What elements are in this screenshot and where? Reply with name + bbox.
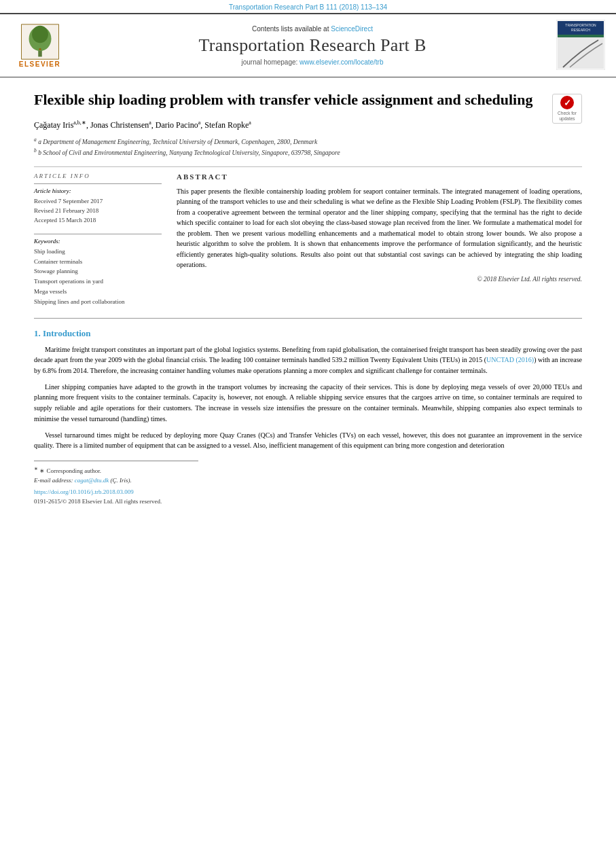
revised-date: Revised 21 February 2018 bbox=[34, 206, 162, 215]
journal-title-display: Transportation Research Part B bbox=[77, 35, 548, 56]
journal-citation: Transportation Research Part B 111 (2018… bbox=[229, 3, 387, 11]
journal-header: ELSEVIER Contents lists available at Sci… bbox=[0, 13, 616, 77]
elsevier-logo-left: ELSEVIER bbox=[11, 23, 69, 68]
keyword-4: Transport operations in yard bbox=[34, 276, 162, 287]
keyword-5: Mega vessels bbox=[34, 287, 162, 297]
footnote-doi: https://doi.org/10.1016/j.trb.2018.03.00… bbox=[34, 488, 582, 497]
abstract-text: This paper presents the flexible contain… bbox=[177, 186, 582, 270]
elsevier-brand-label: ELSEVIER bbox=[19, 60, 60, 68]
abstract-label: ABSTRACT bbox=[177, 173, 582, 181]
email-link[interactable]: cagat@dtu.dk bbox=[75, 477, 109, 484]
article-history-box: Article history: Received 7 September 20… bbox=[34, 183, 162, 226]
divider-1 bbox=[34, 166, 582, 167]
intro-paragraph-2: Liner shipping companies have adapted to… bbox=[34, 382, 582, 425]
history-title: Article history: bbox=[34, 187, 162, 194]
author-1: Çağatay Iris bbox=[34, 120, 73, 130]
contents-available-line: Contents lists available at ScienceDirec… bbox=[77, 25, 548, 33]
keyword-3: Stowage planning bbox=[34, 266, 162, 276]
main-content: ✓ Check forupdates Flexible ship loading… bbox=[0, 77, 616, 518]
footnote-corresponding: ∗ ∗ Corresponding author. bbox=[34, 465, 582, 476]
keywords-box: Keywords: Ship loading Container termina… bbox=[34, 234, 162, 307]
check-updates-label: Check forupdates bbox=[558, 111, 577, 122]
authors-line: Çağatay Irisa,b,∗, Jonas Christensena, D… bbox=[34, 120, 582, 130]
copyright-line: © 2018 Elsevier Ltd. All rights reserved… bbox=[177, 276, 582, 283]
paper-title: Flexible ship loading problem with trans… bbox=[34, 90, 582, 110]
author-1-affil: a,b,∗ bbox=[73, 120, 86, 126]
accepted-date: Accepted 15 March 2018 bbox=[34, 215, 162, 225]
affil-a: a a Department of Management Engineering… bbox=[34, 136, 582, 147]
two-column-section: ARTICLE INFO Article history: Received 7… bbox=[34, 173, 582, 307]
svg-rect-14 bbox=[558, 35, 604, 37]
keyword-6: Shipping lines and port collaboration bbox=[34, 297, 162, 307]
affil-b: b b School of Civil and Environmental En… bbox=[34, 147, 582, 158]
journal-center: Contents lists available at ScienceDirec… bbox=[77, 25, 548, 66]
footnote-rights: 0191-2615/© 2018 Elsevier Ltd. All right… bbox=[34, 497, 582, 507]
svg-text:RESEARCH: RESEARCH bbox=[571, 28, 590, 32]
journal-homepage-line: journal homepage: www.elsevier.com/locat… bbox=[77, 58, 548, 66]
section-divider bbox=[34, 318, 582, 319]
elsevier-tree-icon bbox=[16, 23, 64, 60]
unctad-citation-link[interactable]: UNCTAD (2016) bbox=[486, 356, 534, 363]
doi-link[interactable]: https://doi.org/10.1016/j.trb.2018.03.00… bbox=[34, 488, 134, 495]
received-date: Received 7 September 2017 bbox=[34, 196, 162, 206]
affiliations: a a Department of Management Engineering… bbox=[34, 136, 582, 158]
author-4-affil: a bbox=[249, 120, 251, 126]
abstract-column: ABSTRACT This paper presents the flexibl… bbox=[177, 173, 582, 307]
svg-text:TRANSPORTATION: TRANSPORTATION bbox=[565, 23, 596, 27]
check-circle-icon: ✓ bbox=[560, 96, 574, 109]
svg-point-4 bbox=[39, 48, 41, 51]
keywords-title: Keywords: bbox=[34, 238, 162, 245]
homepage-link[interactable]: www.elsevier.com/locate/trb bbox=[300, 58, 383, 66]
check-updates-badge[interactable]: ✓ Check forupdates bbox=[552, 94, 582, 124]
author-3: Dario Pacino bbox=[156, 120, 198, 130]
homepage-prefix: journal homepage: bbox=[241, 58, 300, 66]
svg-point-3 bbox=[32, 26, 48, 43]
author-3-affil: a bbox=[198, 120, 201, 126]
check-mark-icon: ✓ bbox=[564, 99, 571, 107]
keyword-1: Ship loading bbox=[34, 247, 162, 257]
email-label: E-mail address: bbox=[34, 477, 73, 484]
trb-logo-icon: TRANSPORTATION RESEARCH bbox=[556, 20, 605, 70]
footnote-section: ∗ ∗ Corresponding author. E-mail address… bbox=[34, 465, 582, 507]
author-2-affil: a bbox=[149, 120, 151, 126]
intro-heading: 1. Introduction bbox=[34, 328, 582, 339]
sciencedirect-link[interactable]: ScienceDirect bbox=[331, 25, 373, 33]
author-4: Stefan Ropke bbox=[204, 120, 249, 130]
top-bar: Transportation Research Part B 111 (2018… bbox=[0, 0, 616, 13]
author-2: Jonas Christensen bbox=[90, 120, 149, 130]
keyword-2: Container terminals bbox=[34, 257, 162, 267]
article-info-column: ARTICLE INFO Article history: Received 7… bbox=[34, 173, 162, 307]
intro-paragraph-3: Vessel turnaround times might be reduced… bbox=[34, 430, 582, 451]
trb-logo-right: TRANSPORTATION RESEARCH bbox=[556, 20, 605, 71]
footnote-email: E-mail address: cagat@dtu.dk (Ç. Iris). bbox=[34, 476, 582, 486]
introduction-section: 1. Introduction Maritime freight transpo… bbox=[34, 328, 582, 451]
intro-paragraph-1: Maritime freight transport constitutes a… bbox=[34, 344, 582, 376]
contents-prefix: Contents lists available at bbox=[252, 25, 331, 33]
article-info-label: ARTICLE INFO bbox=[34, 173, 162, 179]
footnote-divider bbox=[34, 461, 198, 461]
